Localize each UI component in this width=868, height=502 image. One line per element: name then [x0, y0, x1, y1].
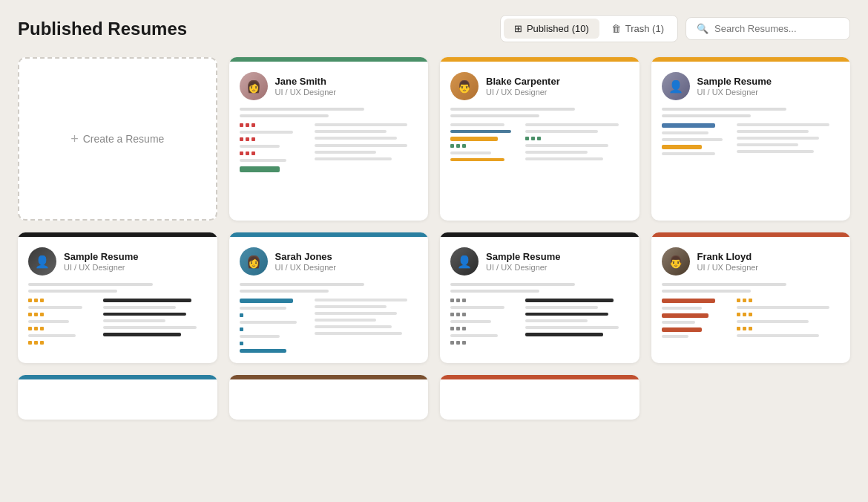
avatar-6: 👤 — [450, 247, 479, 276]
resume-card-bottom-2[interactable] — [229, 375, 429, 420]
search-box: 🔍 — [685, 17, 850, 40]
card-preview-1 — [229, 108, 429, 183]
tab-trash[interactable]: 🗑 Trash (1) — [601, 19, 674, 39]
card-preview-5 — [229, 283, 429, 363]
card-name-5: Sarah Jones — [275, 251, 337, 264]
resume-card-4[interactable]: 👤 Sample Resume UI / UX Designer — [18, 232, 217, 363]
resume-card-3[interactable]: 👤 Sample Resume UI / UX Designer — [651, 57, 851, 221]
avatar-3: 👤 — [662, 72, 690, 100]
card-preview-7 — [651, 283, 851, 352]
card-preview-3 — [651, 108, 851, 169]
resume-card-5[interactable]: 👩 Sarah Jones UI / UX Designer — [229, 232, 429, 363]
card-name-6: Sample Resume — [486, 251, 560, 264]
header-controls: ⊞ Published (10) 🗑 Trash (1) 🔍 — [500, 15, 850, 42]
card-header-7: 👨 Frank Lloyd UI / UX Designer — [651, 237, 851, 283]
card-header-1: 👩 Jane Smith UI / UX Designer — [229, 62, 429, 108]
card-name-2: Blake Carpenter — [486, 76, 560, 88]
create-resume-label: Create a Resume — [83, 133, 165, 145]
page-title: Published Resumes — [18, 19, 187, 39]
card-preview-2 — [440, 108, 640, 175]
published-icon: ⊞ — [514, 23, 522, 34]
card-name-4: Sample Resume — [64, 251, 138, 264]
card-role-3: UI / UX Designer — [697, 88, 772, 97]
avatar-2: 👨 — [450, 72, 479, 100]
resume-card-6[interactable]: 👤 Sample Resume UI / UX Designer — [440, 232, 640, 363]
avatar-4: 👤 — [28, 247, 56, 276]
card-preview-4 — [18, 283, 217, 359]
resume-card-bottom-1[interactable] — [18, 375, 217, 420]
card-role-2: UI / UX Designer — [486, 88, 560, 97]
page-header: Published Resumes ⊞ Published (10) 🗑 Tra… — [18, 15, 850, 42]
card-header-5: 👩 Sarah Jones UI / UX Designer — [229, 237, 429, 283]
card-role-4: UI / UX Designer — [64, 263, 138, 272]
search-input[interactable] — [714, 23, 839, 34]
card-name-3: Sample Resume — [697, 76, 772, 88]
avatar-1: 👩 — [240, 72, 268, 100]
resume-card-1[interactable]: 👩 Jane Smith UI / UX Designer — [229, 57, 429, 221]
resume-grid: + Create a Resume 👩 Jane Smith UI / UX D… — [18, 57, 850, 363]
plus-icon: + — [70, 131, 79, 147]
card-role-6: UI / UX Designer — [486, 263, 560, 272]
tab-group: ⊞ Published (10) 🗑 Trash (1) — [500, 15, 678, 42]
card-header-3: 👤 Sample Resume UI / UX Designer — [651, 62, 851, 108]
published-label: Published (10) — [527, 23, 589, 34]
resume-card-2[interactable]: 👨 Blake Carpenter UI / UX Designer — [440, 57, 640, 221]
card-role-5: UI / UX Designer — [275, 263, 337, 272]
card-preview-6 — [440, 283, 640, 359]
card-header-6: 👤 Sample Resume UI / UX Designer — [440, 237, 640, 283]
search-icon: 🔍 — [697, 23, 708, 34]
card-header-2: 👨 Blake Carpenter UI / UX Designer — [440, 62, 640, 108]
card-role-7: UI / UX Designer — [697, 263, 759, 272]
avatar-5: 👩 — [240, 247, 268, 276]
card-header-4: 👤 Sample Resume UI / UX Designer — [18, 237, 217, 283]
create-resume-card[interactable]: + Create a Resume — [18, 57, 217, 221]
trash-label: Trash (1) — [625, 23, 664, 34]
avatar-7: 👨 — [662, 247, 690, 276]
resume-grid-bottom — [18, 375, 850, 420]
resume-card-7[interactable]: 👨 Frank Lloyd UI / UX Designer — [651, 232, 851, 363]
card-role-1: UI / UX Designer — [275, 88, 337, 97]
card-name-7: Frank Lloyd — [697, 251, 759, 264]
tab-published[interactable]: ⊞ Published (10) — [504, 19, 599, 39]
resume-card-bottom-3[interactable] — [440, 375, 640, 420]
card-name-1: Jane Smith — [275, 76, 337, 88]
trash-icon: 🗑 — [611, 23, 621, 34]
